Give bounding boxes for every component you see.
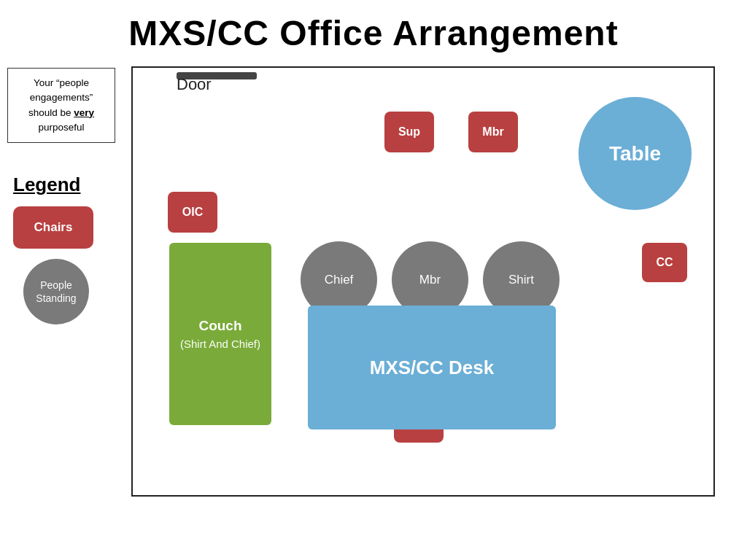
cc-right-chair: CC	[642, 243, 687, 282]
couch-label: Couch	[198, 316, 241, 336]
sidebar: Your “people engagements” should be very…	[7, 61, 124, 324]
note-emphasis: very	[74, 107, 94, 118]
office-floor-plan: Door Table OIC Sup Mbr CC CC Chief Mbr S…	[131, 66, 715, 497]
mbr-top-chair: Mbr	[468, 112, 518, 152]
couch-box: Couch (Shirt And Chief)	[169, 243, 271, 425]
door-label: Door	[177, 75, 212, 94]
note-text: Your “people engagements” should be very…	[28, 77, 94, 133]
legend-people-item: PeopleStanding	[23, 259, 89, 324]
note-box: Your “people engagements” should be very…	[7, 68, 115, 143]
sup-chair: Sup	[384, 112, 434, 152]
mxscc-desk: MXS/CC Desk	[308, 306, 556, 429]
legend-chair-item: Chairs	[13, 206, 93, 249]
oic-chair: OIC	[168, 192, 217, 233]
main-layout: Your “people engagements” should be very…	[0, 61, 747, 497]
legend-title: Legend	[13, 174, 80, 196]
table-circle: Table	[578, 97, 692, 210]
page-title: MXS/CC Office Arrangement	[0, 0, 747, 61]
couch-sublabel: (Shirt And Chief)	[180, 336, 260, 351]
